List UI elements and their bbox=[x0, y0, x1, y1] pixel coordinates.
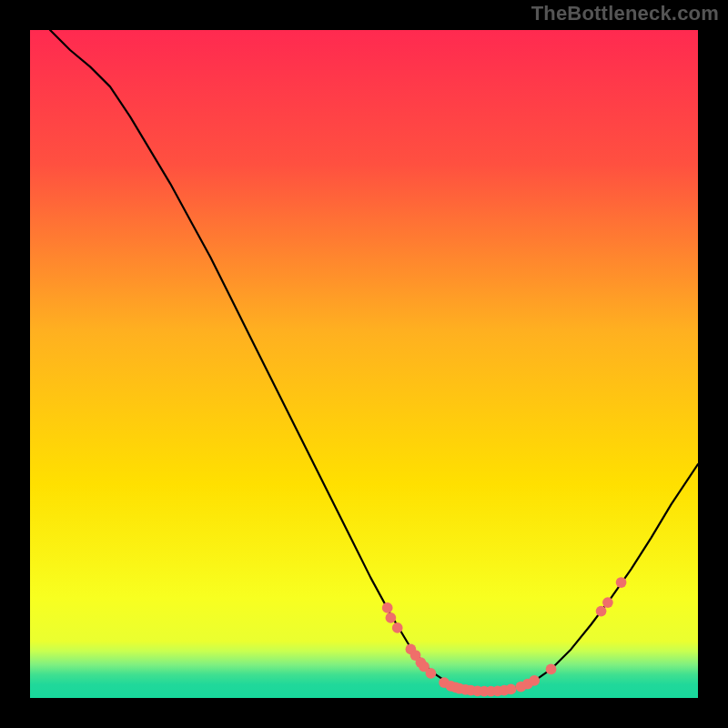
chart-canvas bbox=[30, 30, 698, 698]
watermark-text: TheBottleneck.com bbox=[531, 2, 719, 25]
chart-plot-area bbox=[30, 30, 698, 698]
